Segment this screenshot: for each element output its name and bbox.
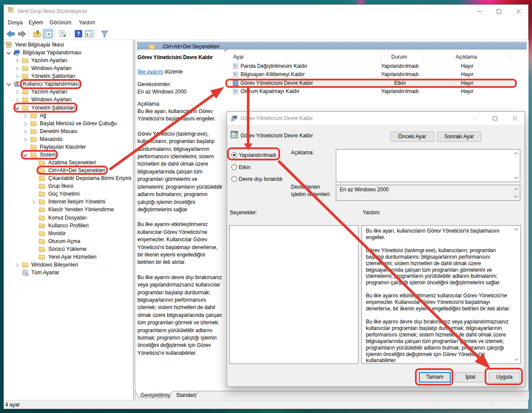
tree-item[interactable]: Başlat Menüsü ve Görev Çubuğu [4,120,133,127]
tree-item[interactable]: Ağ [4,112,133,120]
tree-item[interactable]: Yönetim Şablonları [4,104,133,112]
tree-item[interactable]: Monitör [4,230,133,237]
comment-textbox[interactable] [336,149,520,182]
tree-item-label[interactable]: Paylaşılan Klasörler [40,143,86,151]
tree-item-label[interactable]: Yönetim Şablonları [31,72,75,80]
column-separator[interactable] [381,53,381,62]
tree-item-label[interactable]: Windows Ayarları [31,96,71,103]
tree-item-label[interactable]: Yerel Ayar Hizmetleri [48,253,97,261]
tree-item[interactable]: Klasör Yeniden Yönlendirme [4,206,133,213]
tree-item-label[interactable]: Sürücü Yükleme [48,245,87,253]
expand-toggle[interactable] [23,113,28,118]
tree-item-label[interactable]: Ağ [40,112,47,120]
tree-item[interactable]: Yönetim Şablonları [4,72,133,80]
expand-closed-icon[interactable] [14,58,20,63]
tree-item-label[interactable]: Güç Yönetimi [48,190,80,198]
column-header-durum[interactable]: Durum [378,54,420,62]
tree-item-label[interactable]: Kullanıcı Yapılandırması [23,80,79,88]
expand-closed-icon[interactable] [31,200,36,205]
close-button[interactable] [511,5,526,18]
collapse-toggle[interactable] [6,50,11,55]
list-row[interactable]: Oturum Kapatmayı Kaldır Yapılandırılmadı… [225,87,512,96]
toolbar-show-window-button[interactable] [84,29,94,39]
dialog-titlebar[interactable]: Görev Yöneticisini Devre Kaldır [227,112,525,125]
list-row[interactable]: Bilgisayarı Kilitlemeyi Kaldır Yapılandı… [225,70,512,79]
tree-item[interactable]: Paylaşılan Klasörler [4,143,133,151]
tree-item[interactable]: İnternet İletişim Yönetimi [4,198,133,206]
tree-item[interactable]: Masaüstü [4,135,133,143]
tab-standart[interactable]: Standart [176,392,196,398]
tree-item-label[interactable]: Komut Dosyaları [48,214,87,222]
expand-toggle[interactable] [31,199,36,204]
tree-item-label[interactable]: Yazılım Ayarları [31,57,67,64]
radio-circle[interactable] [231,176,237,182]
tree-item-label[interactable]: Azaltma Seçenekleri [48,159,96,167]
expand-open-icon[interactable] [6,82,11,87]
edit-policy-link[interactable]: İlke ayarını [137,69,163,75]
tree-item-label[interactable]: Yerel Bilgisayar İlkesi [15,41,64,49]
tree-item-label[interactable]: Masaüstü [40,135,63,143]
expand-toggle[interactable] [14,89,20,94]
tree-item[interactable]: Ctrl+Alt+Del Seçenekleri [4,167,133,174]
toolbar-back-button[interactable] [6,29,16,39]
tree-item-label[interactable]: Çıkarılabilir Depolama Birimi Erişimi [48,174,131,182]
expand-open-icon[interactable] [23,153,28,158]
radio-circle[interactable] [231,152,237,158]
apply-button[interactable]: Uygula [489,372,520,383]
tree-item-label[interactable]: Windows Ayarları [31,64,71,72]
tree-item[interactable]: Denetim Masası [4,127,133,135]
dialog-maximize-button[interactable] [488,112,502,125]
toolbar-console-tree-button[interactable] [43,29,53,39]
expand-toggle[interactable] [23,121,28,126]
tree-item-label[interactable]: Klasör Yeniden Yönlendirme [48,206,114,213]
minimize-button[interactable] [472,5,486,18]
tree-item[interactable]: Azaltma Seçenekleri [4,159,133,167]
scroll-up-icon[interactable] [513,151,519,156]
tree-item[interactable]: Windows Ayarları [4,96,133,103]
list-row[interactable]: Parola Değiştirilmesini Kaldır Yapılandı… [225,62,512,70]
tree-item[interactable]: Grup İlkesi [4,182,133,190]
cancel-button[interactable]: İptal [455,372,486,383]
tree-item-label[interactable]: Windows Bileşenleri [31,261,78,269]
tree-item[interactable]: Yazılım Ayarları [4,57,133,64]
expand-toggle[interactable] [14,73,20,79]
tree-item-label[interactable]: Yönetim Şablonları [31,104,75,112]
tree-item-label[interactable]: Sistem [40,151,56,159]
toolbar-forward-button[interactable] [17,29,27,39]
tree-item[interactable]: Sürücü Yükleme [4,245,133,253]
expand-toggle[interactable] [14,58,20,63]
radio-circle[interactable] [231,164,237,170]
tree-item[interactable]: Güç Yönetimi [4,190,133,198]
dialog-close-button[interactable] [508,112,522,125]
expand-closed-icon[interactable] [23,129,28,134]
tree-item[interactable]: Windows Bileşenleri [4,261,133,269]
supported-scrollbar[interactable] [513,186,519,200]
collapse-toggle[interactable] [14,105,20,110]
scroll-up-icon[interactable] [513,227,519,232]
toolbar-export-list-button[interactable] [58,29,68,39]
column-header-ayar[interactable]: Ayar [233,54,244,62]
tree-item-label[interactable]: Ctrl+Alt+Del Seçenekleri [48,167,105,174]
next-setting-button[interactable]: Sonraki Ayar [437,132,481,142]
expand-toggle[interactable] [23,129,28,134]
comment-scrollbar[interactable] [513,150,519,181]
toolbar-filter-button[interactable] [99,29,110,39]
column-header-aciklama[interactable]: Açıklama [423,54,510,62]
tree-item[interactable]: Yazılım Ayarları [4,88,133,96]
scroll-down-icon[interactable] [513,357,519,362]
tree-item[interactable]: Sistem [4,151,133,159]
expand-closed-icon[interactable] [14,90,20,95]
tree-item[interactable]: Kullanıcı Profilleri [4,222,133,230]
expand-toggle[interactable] [14,66,20,71]
tab-genisletilmis[interactable]: Genişletilmiş [141,392,170,398]
previous-setting-button[interactable]: Önceki Ayar [390,132,434,142]
tree-item[interactable]: Oturum Açma [4,237,133,245]
tree-item-label[interactable]: Yazılım Ayarları [31,88,67,96]
maximize-button[interactable] [492,5,506,18]
expand-closed-icon[interactable] [23,121,28,127]
expand-toggle[interactable] [23,137,28,142]
tree-item[interactable]: Kullanıcı Yapılandırması [4,80,133,88]
expand-closed-icon[interactable] [23,137,28,142]
column-separator[interactable] [510,53,510,62]
list-row[interactable]: Görev Yöneticisini Devre Kaldır Etkin Ha… [225,79,512,87]
